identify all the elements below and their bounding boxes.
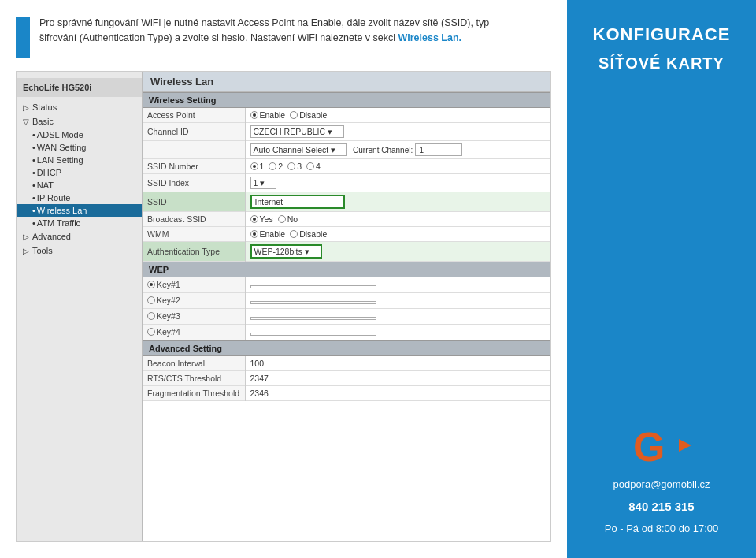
nav-advanced[interactable]: ▷ Advanced — [17, 229, 142, 244]
key2-label: Key#2 — [143, 293, 245, 309]
konfig-subtitle-text: SÍŤOVÉ KARTY — [598, 54, 724, 72]
enable-radio[interactable] — [250, 111, 258, 119]
channel-id-label: Channel ID — [143, 123, 245, 141]
key2-radio[interactable] — [147, 296, 155, 304]
konfig-title: KONFIGURACE — [593, 24, 731, 46]
ssid-index-select[interactable]: 1 ▾ — [250, 177, 277, 189]
key4-input[interactable] — [250, 333, 376, 336]
tools-arrow: ▷ — [23, 247, 29, 255]
advanced-setting-header: Advanced Setting — [143, 340, 550, 356]
fragmentation-label: Fragmentation Threshold — [143, 386, 245, 401]
ssid-number-label: SSID Number — [143, 159, 245, 174]
key4-row: Key#4 — [143, 325, 550, 340]
ssid-row: SSID Internet — [143, 192, 550, 212]
wmm-radios: Enable Disable — [250, 229, 547, 239]
key4-radio-label[interactable]: Key#4 — [147, 327, 180, 337]
auth-type-label: Authentication Type — [143, 242, 245, 262]
description-area: Pro správné fungování WiFi je nutné nast… — [16, 16, 551, 58]
description-line1: Pro správné fungování WiFi je nutné nast… — [39, 17, 489, 28]
access-point-radios: Enable Disable — [250, 110, 547, 120]
router-interface: EchoLife HG520i ▷ Status ▽ Basic ADSL Mo… — [16, 71, 551, 542]
ssid-num-1[interactable]: 1 — [250, 162, 265, 171]
go-logo: G — [630, 422, 693, 469]
ssid-num-3[interactable]: 3 — [287, 162, 302, 171]
router-brand: EchoLife HG520i — [17, 78, 142, 97]
router-nav: EchoLife HG520i ▷ Status ▽ Basic ADSL Mo… — [17, 72, 143, 541]
nav-nat[interactable]: NAT — [17, 179, 142, 192]
key4-radio[interactable] — [147, 328, 155, 336]
key1-radio-label[interactable]: Key#1 — [147, 280, 180, 289]
ssid-label: SSID — [143, 192, 245, 212]
nav-wireless-lan[interactable]: Wireless Lan — [17, 204, 142, 217]
channel-id-row: Channel ID CZECH REPUBLIC ▾ — [143, 123, 550, 141]
key3-label: Key#3 — [143, 309, 245, 325]
advanced-settings-table: Beacon Interval 100 RTS/CTS Threshold 23… — [143, 356, 550, 401]
access-point-row: Access Point Enable Disable — [143, 108, 550, 123]
wep-table: Key#1 Key#2 — [143, 277, 550, 340]
rts-threshold-value: 2347 — [245, 371, 550, 386]
ssid-number-value: 1 2 3 4 — [245, 159, 550, 174]
key1-radio[interactable] — [147, 281, 155, 288]
access-point-enable[interactable]: Enable — [250, 110, 286, 120]
nav-atm-traffic[interactable]: ATM Traffic — [17, 217, 142, 229]
auth-type-select[interactable]: WEP-128bits ▾ — [250, 244, 322, 259]
broadcast-ssid-label: Broadcast SSID — [143, 212, 245, 227]
advanced-arrow: ▷ — [23, 232, 29, 241]
ssid-input[interactable]: Internet — [250, 195, 345, 209]
key3-row: Key#3 — [143, 309, 550, 325]
blue-accent-rect — [16, 17, 30, 58]
ssid-index-value: 1 ▾ — [245, 174, 550, 192]
wep-header: WEP — [143, 262, 550, 277]
nav-lan-setting[interactable]: LAN Setting — [17, 154, 142, 166]
channel-select-label — [143, 141, 245, 159]
wireless-settings-table: Access Point Enable Disable Ch — [143, 108, 550, 262]
ssid-index-label: SSID Index — [143, 174, 245, 192]
key1-input[interactable] — [250, 285, 376, 288]
disable-radio[interactable] — [290, 111, 298, 119]
auto-channel-select[interactable]: Auto Channel Select ▾ — [250, 143, 348, 156]
key4-label: Key#4 — [143, 325, 245, 340]
key3-radio[interactable] — [147, 312, 155, 320]
broadcast-no[interactable]: No — [278, 214, 298, 224]
key3-radio-label[interactable]: Key#3 — [147, 311, 180, 321]
nav-tools-label: Tools — [32, 246, 53, 255]
key2-row: Key#2 — [143, 293, 550, 309]
router-main: Wireless Lan Wireless Setting Access Poi… — [143, 72, 550, 541]
wmm-disable[interactable]: Disable — [290, 229, 327, 239]
channel-id-value: CZECH REPUBLIC ▾ — [245, 123, 550, 141]
ssid-number-row: SSID Number 1 2 3 4 — [143, 159, 550, 174]
wireless-lan-link[interactable]: Wireless Lan. — [398, 32, 461, 43]
access-point-value: Enable Disable — [245, 108, 550, 123]
nav-dhcp[interactable]: DHCP — [17, 166, 142, 179]
key3-value — [245, 309, 550, 325]
beacon-interval-value: 100 — [245, 356, 550, 371]
nav-basic[interactable]: ▽ Basic — [17, 114, 142, 128]
key3-input[interactable] — [250, 317, 376, 320]
channel-id-select[interactable]: CZECH REPUBLIC ▾ — [250, 125, 345, 138]
broadcast-ssid-row: Broadcast SSID Yes No — [143, 212, 550, 227]
access-point-label: Access Point — [143, 108, 245, 123]
ssid-num-2[interactable]: 2 — [269, 162, 283, 171]
current-channel-input[interactable]: 1 — [415, 143, 462, 156]
svg-text:G: G — [633, 424, 665, 469]
ssid-index-row: SSID Index 1 ▾ — [143, 174, 550, 192]
wireless-setting-header: Wireless Setting — [143, 92, 550, 108]
wmm-value: Enable Disable — [245, 227, 550, 242]
nav-ip-route[interactable]: IP Route — [17, 192, 142, 204]
nav-wan-setting[interactable]: WAN Setting — [17, 141, 142, 154]
ssid-number-radios: 1 2 3 4 — [250, 162, 547, 171]
ssid-num-4[interactable]: 4 — [306, 162, 321, 171]
wmm-row: WMM Enable Disable — [143, 227, 550, 242]
ssid-value: Internet — [245, 192, 550, 212]
broadcast-yes[interactable]: Yes — [250, 214, 273, 224]
key2-input[interactable] — [250, 301, 376, 304]
key2-radio-label[interactable]: Key#2 — [147, 296, 180, 305]
auth-type-row: Authentication Type WEP-128bits ▾ — [143, 242, 550, 262]
nav-tools[interactable]: ▷ Tools — [17, 244, 142, 258]
rts-threshold-label: RTS/CTS Threshold — [143, 371, 245, 386]
access-point-disable[interactable]: Disable — [290, 110, 327, 120]
wmm-enable[interactable]: Enable — [250, 229, 286, 239]
nav-status[interactable]: ▷ Status — [17, 100, 142, 114]
beacon-interval-row: Beacon Interval 100 — [143, 356, 550, 371]
nav-adsl-mode[interactable]: ADSL Mode — [17, 128, 142, 141]
